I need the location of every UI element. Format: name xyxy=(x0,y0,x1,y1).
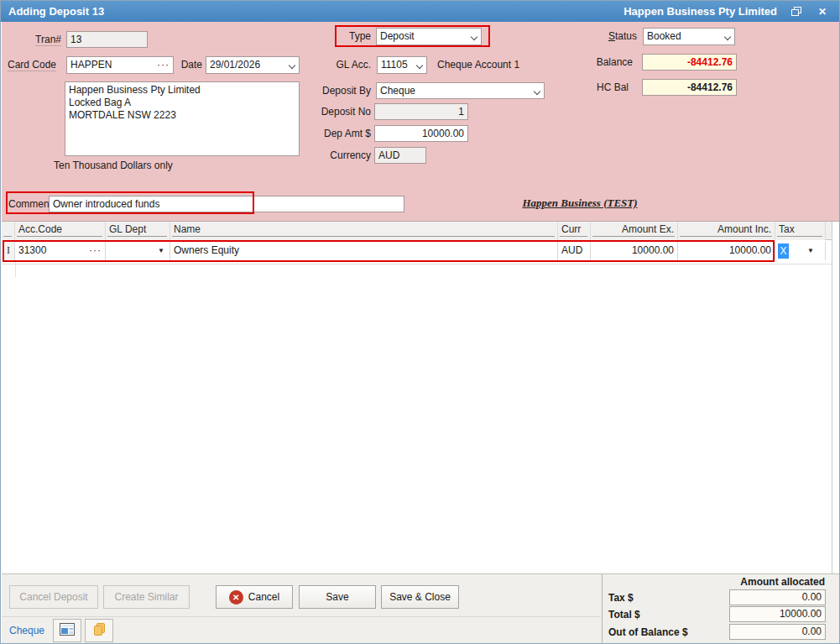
cell-curr[interactable]: AUD xyxy=(558,242,591,260)
gl-acc-combobox[interactable]: 11105 xyxy=(377,56,427,74)
grid-header-curr[interactable]: Curr xyxy=(558,222,591,240)
chevron-down-icon xyxy=(416,62,423,69)
out-of-balance-label: Out of Balance $ xyxy=(608,625,688,641)
tran-field: 13 xyxy=(66,31,148,48)
dropdown-arrow-icon[interactable]: ▼ xyxy=(801,243,820,259)
totals-panel-border xyxy=(602,573,603,644)
chevron-down-icon xyxy=(724,34,731,40)
cell-gl-dept[interactable]: ▼ xyxy=(106,242,170,260)
hc-bal-field: -84412.76 xyxy=(642,79,737,96)
grid-header-name[interactable]: Name xyxy=(170,222,558,240)
currency-field: AUD xyxy=(374,147,426,164)
address-line: Locked Bag A xyxy=(69,97,295,109)
copy-documents-icon xyxy=(92,623,107,639)
close-icon[interactable]: ✕ xyxy=(816,5,829,18)
gl-acc-description: Cheque Account 1 xyxy=(437,56,519,73)
row-indicator: I xyxy=(3,242,15,260)
card-code-field[interactable]: HAPPEN ··· xyxy=(66,56,174,74)
tax-total-field: 0.00 xyxy=(729,589,826,605)
date-picker[interactable]: 29/01/2026 xyxy=(206,56,300,74)
tax-total-label: Tax $ xyxy=(608,590,634,606)
deposit-by-combobox[interactable]: Cheque xyxy=(376,82,545,99)
type-combobox[interactable]: Deposit xyxy=(376,28,482,45)
cell-amount-inc[interactable]: 10000.00 xyxy=(678,242,775,260)
grid-header-amount-inc[interactable]: Amount Inc. xyxy=(678,222,775,240)
save-close-button[interactable]: Save & Close xyxy=(381,585,459,609)
grid-header-gl-dept[interactable]: GL Dept xyxy=(106,222,170,240)
cancel-deposit-button: Cancel Deposit xyxy=(9,585,98,609)
deposit-by-label: Deposit By xyxy=(278,82,371,99)
create-similar-button: Create Similar xyxy=(103,585,190,609)
window-titlebar: Adding Deposit 13 Happen Business Pty Li… xyxy=(1,1,839,22)
status-label: Status xyxy=(580,28,637,45)
total-field: 10000.00 xyxy=(729,606,826,622)
tab-documents[interactable] xyxy=(85,619,113,642)
allocation-grid xyxy=(2,221,840,573)
tab-cheque[interactable]: Cheque xyxy=(9,620,44,641)
grid-header-acc-code[interactable]: Acc.Code xyxy=(15,222,106,240)
balance-label: Balance xyxy=(580,54,633,71)
comment-label: Comment xyxy=(8,196,52,212)
tabstrip-divider xyxy=(2,616,601,617)
type-label: Type xyxy=(332,28,371,45)
company-watermark: Happen Business (TEST) xyxy=(488,196,672,210)
tax-code-selected[interactable]: X xyxy=(778,243,789,259)
acc-code-lookup-button[interactable]: ··· xyxy=(89,242,102,259)
total-label: Total $ xyxy=(608,607,640,623)
cell-acc-code[interactable]: 31300 ··· xyxy=(15,242,106,260)
amount-in-words: Ten Thousand Dollars only xyxy=(54,157,173,174)
grid-row-separator xyxy=(2,264,832,264)
address-line: MORTDALE NSW 2223 xyxy=(69,109,295,122)
card-code-lookup-button[interactable]: ··· xyxy=(157,57,170,72)
chevron-down-icon xyxy=(534,88,540,95)
currency-label: Currency xyxy=(278,147,371,164)
grid-header-indicator xyxy=(2,222,15,240)
deposit-no-label: Deposit No xyxy=(278,103,371,120)
card-code-label: Card Code xyxy=(8,56,56,73)
cell-name[interactable]: Owners Equity xyxy=(170,242,558,260)
dep-amt-field[interactable]: 10000.00 xyxy=(374,125,468,142)
chevron-down-icon xyxy=(289,62,295,69)
amount-allocated-header: Amount allocated xyxy=(613,575,825,589)
tran-label: Tran# xyxy=(1,31,61,48)
comment-field[interactable]: Owner introduced funds xyxy=(49,196,404,212)
company-title: Happen Business Pty Limited xyxy=(623,5,777,18)
grid-header-amount-ex[interactable]: Amount Ex. xyxy=(591,222,678,240)
grid-indicator-separator xyxy=(15,260,16,277)
save-button[interactable]: Save xyxy=(299,585,376,609)
deposit-no-field: 1 xyxy=(374,103,468,120)
restore-icon[interactable] xyxy=(790,5,803,18)
grid-header-tax[interactable]: Tax xyxy=(775,222,826,240)
report-icon xyxy=(60,623,75,638)
status-combobox[interactable]: Booked xyxy=(643,28,735,45)
date-label: Date xyxy=(169,56,202,73)
window-title: Adding Deposit 13 xyxy=(8,1,104,22)
address-line: Happen Business Pty Limited xyxy=(69,84,295,97)
dep-amt-label: Dep Amt $ xyxy=(278,125,371,142)
deposit-window: Adding Deposit 13 Happen Business Pty Li… xyxy=(0,0,840,644)
chevron-down-icon xyxy=(471,34,477,40)
cell-amount-ex[interactable]: 10000.00 xyxy=(591,242,678,260)
out-of-balance-field: 0.00 xyxy=(729,624,826,640)
tab-details[interactable] xyxy=(53,619,81,642)
cancel-icon: ✕ xyxy=(229,590,243,605)
cancel-button[interactable]: ✕ Cancel xyxy=(216,585,293,609)
hc-bal-label: HC Bal xyxy=(580,79,629,96)
grid-right-edge xyxy=(832,222,832,573)
gl-acc-label: GL Acc. xyxy=(324,56,371,73)
balance-field: -84412.76 xyxy=(642,54,737,71)
address-box[interactable]: Happen Business Pty Limited Locked Bag A… xyxy=(65,81,300,156)
dropdown-arrow-icon[interactable]: ▼ xyxy=(158,242,164,259)
